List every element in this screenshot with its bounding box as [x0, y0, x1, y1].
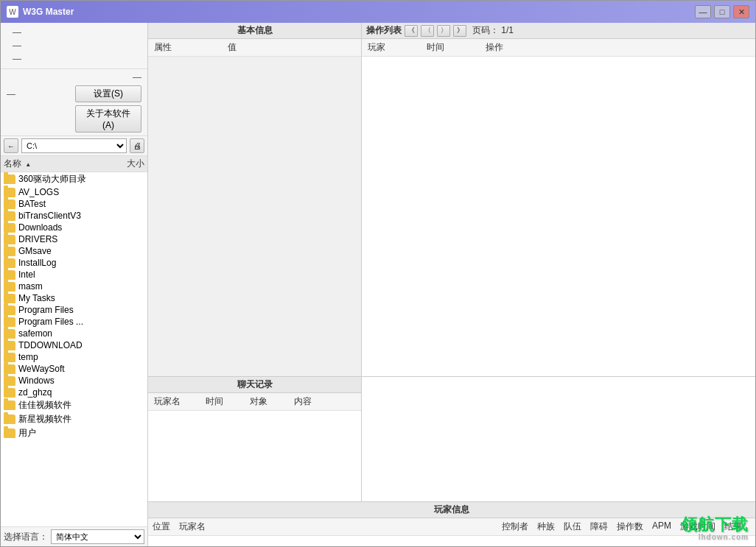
folder-icon [4, 235, 15, 244]
file-name: 新星视频软件 [18, 413, 144, 426]
player-info-content [148, 536, 755, 546]
game-time-col: 游戏时间 [680, 520, 715, 533]
spacer [214, 520, 502, 533]
file-name: biTransClientV3 [18, 211, 144, 221]
ops-next-button[interactable]: 〉 [437, 25, 450, 37]
col-size-header: 大小 [108, 158, 144, 170]
maximize-button[interactable]: □ [714, 5, 730, 18]
file-item[interactable]: biTransClientV3 [1, 210, 147, 222]
file-list[interactable]: 360驱动大师目录 AV_LOGS BATest biTransClientV3… [1, 172, 147, 526]
basic-info-title: 基本信息 [148, 23, 361, 39]
file-item[interactable]: masm [1, 280, 147, 292]
file-item[interactable]: BATest [1, 198, 147, 210]
chat-title: 聊天记录 [148, 377, 361, 393]
folder-icon [4, 294, 15, 303]
chat-content-col: 内容 [294, 395, 355, 408]
file-name: Program Files [18, 305, 144, 315]
file-item[interactable]: WeWaySoft [1, 363, 147, 375]
file-item[interactable]: 新星视频软件 [1, 412, 147, 426]
sort-icon: ▲ [25, 161, 31, 168]
file-name: AV_LOGS [18, 187, 144, 197]
file-name: Program Files ... [18, 317, 144, 327]
minimize-button[interactable]: — [695, 5, 711, 18]
language-selector[interactable]: 简体中文 [51, 529, 144, 544]
chat-target-col: 对象 [250, 395, 294, 408]
menu-item-1[interactable]: — [1, 26, 147, 39]
folder-icon [4, 200, 15, 209]
file-item[interactable]: 用户 [1, 426, 147, 440]
chat-header: 玩家名 时间 对象 内容 [148, 393, 361, 411]
file-item[interactable]: My Tasks [1, 292, 147, 304]
basic-info-table: 属性 值 [148, 39, 361, 376]
menu-dash-4: — [133, 72, 141, 82]
app-icon: W [7, 6, 18, 18]
file-name: TDDOWNLOAD [18, 340, 144, 350]
file-name: WeWaySoft [18, 364, 144, 374]
file-item[interactable]: TDDOWNLOAD [1, 339, 147, 351]
ops-prev-button[interactable]: 〈 [421, 25, 434, 37]
drive-selector[interactable]: C:\ [21, 138, 127, 153]
folder-icon [4, 364, 15, 374]
col-name-header: 名称 ▲ [4, 158, 108, 170]
player-name-col: 玩家名 [179, 520, 206, 533]
file-item[interactable]: Intel [1, 269, 147, 280]
position-col: 位置 [153, 520, 170, 533]
action-col-header: 操作 [486, 41, 749, 54]
left-panel: — — — — — 设置(S) 关于本软件(A) ← [1, 23, 148, 546]
file-name: zd_ghzq [18, 387, 144, 398]
file-item[interactable]: DRIVERS [1, 233, 147, 245]
folder-icon [4, 400, 15, 410]
menu-item-2[interactable]: — [1, 39, 147, 52]
folder-icon [4, 188, 15, 197]
file-item[interactable]: InstallLog [1, 257, 147, 269]
file-name: 360驱动大师目录 [18, 173, 144, 186]
settings-button[interactable]: 设置(S) [75, 85, 141, 102]
file-name: DRIVERS [18, 234, 144, 244]
ops-first-button[interactable]: 《 [405, 25, 418, 37]
file-item[interactable]: temp [1, 351, 147, 363]
file-item[interactable]: safemon [1, 328, 147, 339]
menu-item-3[interactable]: — [1, 52, 147, 66]
folder-icon [4, 428, 15, 438]
about-button[interactable]: 关于本软件(A) [75, 105, 141, 133]
file-name: My Tasks [18, 293, 144, 303]
file-name: Windows [18, 375, 144, 386]
actions-col: 操作数 [617, 520, 643, 533]
file-item[interactable]: GMsave [1, 245, 147, 257]
chat-content [148, 411, 361, 501]
right-panel: 基本信息 属性 值 操作列表 《 〈 〉 》 [148, 23, 755, 546]
file-name: Intel [18, 269, 144, 280]
file-item[interactable]: Program Files ... [1, 316, 147, 328]
folder-icon [4, 258, 15, 268]
file-name: temp [18, 352, 144, 362]
file-toolbar: ← C:\ 🖨 [1, 136, 147, 156]
ops-last-button[interactable]: 》 [453, 25, 466, 37]
file-item[interactable]: zd_ghzq [1, 387, 147, 398]
close-button[interactable]: ✕ [733, 5, 749, 18]
page-label: 页码： 1/1 [472, 24, 514, 37]
file-item[interactable]: 360驱动大师目录 [1, 172, 147, 186]
bottom-area: 玩家信息 位置 玩家名 控制者 种族 队伍 障碍 操作数 APM 游戏时间 结果 [148, 502, 755, 546]
chat-panel: 聊天记录 玩家名 时间 对象 内容 [148, 377, 362, 501]
ops-chat-right [362, 377, 755, 501]
file-name: InstallLog [18, 258, 144, 268]
refresh-button[interactable]: 🖨 [130, 138, 144, 153]
chat-player-col: 玩家名 [154, 395, 206, 408]
folder-icon [4, 353, 15, 362]
file-item[interactable]: Downloads [1, 222, 147, 233]
folder-icon [4, 376, 15, 386]
main-window: W W3G Master — □ ✕ — — — — — 设置( [0, 0, 756, 547]
file-name: BATest [18, 199, 144, 209]
folder-icon [4, 329, 15, 339]
operations-header: 操作列表 《 〈 〉 》 页码： 1/1 [362, 23, 755, 39]
file-item[interactable]: 佳佳视频软件 [1, 398, 147, 412]
back-button[interactable]: ← [4, 138, 18, 153]
handicap-col: 障碍 [590, 520, 608, 533]
file-item[interactable]: AV_LOGS [1, 186, 147, 198]
folder-icon [4, 270, 15, 280]
folder-icon [4, 211, 15, 221]
file-list-header: 名称 ▲ 大小 [1, 156, 147, 172]
file-item[interactable]: Program Files [1, 304, 147, 316]
file-name: GMsave [18, 246, 144, 256]
file-item[interactable]: Windows [1, 375, 147, 387]
